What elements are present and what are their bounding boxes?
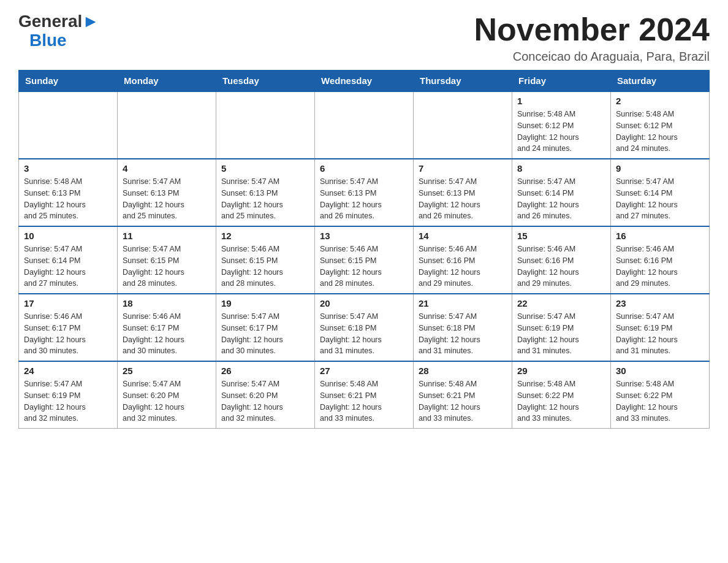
day-info: Sunrise: 5:47 AMSunset: 6:20 PMDaylight:… bbox=[123, 378, 211, 424]
calendar-cell: 21Sunrise: 5:47 AMSunset: 6:18 PMDayligh… bbox=[414, 294, 512, 361]
calendar-week-row: 3Sunrise: 5:48 AMSunset: 6:13 PMDaylight… bbox=[19, 159, 710, 226]
calendar-cell: 2Sunrise: 5:48 AMSunset: 6:12 PMDaylight… bbox=[611, 91, 710, 159]
day-info: Sunrise: 5:48 AMSunset: 6:13 PMDaylight:… bbox=[24, 176, 112, 222]
day-number: 7 bbox=[419, 163, 507, 174]
day-info: Sunrise: 5:47 AMSunset: 6:20 PMDaylight:… bbox=[221, 378, 309, 424]
calendar-cell: 25Sunrise: 5:47 AMSunset: 6:20 PMDayligh… bbox=[118, 361, 216, 429]
calendar-cell: 27Sunrise: 5:48 AMSunset: 6:21 PMDayligh… bbox=[315, 361, 414, 429]
day-info: Sunrise: 5:48 AMSunset: 6:12 PMDaylight:… bbox=[616, 109, 704, 155]
day-number: 12 bbox=[221, 231, 309, 241]
day-number: 18 bbox=[123, 298, 211, 308]
calendar-cell: 14Sunrise: 5:46 AMSunset: 6:16 PMDayligh… bbox=[414, 226, 512, 294]
day-info: Sunrise: 5:46 AMSunset: 6:15 PMDaylight:… bbox=[221, 243, 309, 289]
calendar-week-row: 1Sunrise: 5:48 AMSunset: 6:12 PMDaylight… bbox=[19, 91, 710, 159]
day-info: Sunrise: 5:48 AMSunset: 6:22 PMDaylight:… bbox=[517, 378, 605, 424]
day-info: Sunrise: 5:47 AMSunset: 6:18 PMDaylight:… bbox=[419, 311, 507, 357]
calendar-cell: 22Sunrise: 5:47 AMSunset: 6:19 PMDayligh… bbox=[512, 294, 611, 361]
day-number: 20 bbox=[320, 298, 408, 308]
day-info: Sunrise: 5:48 AMSunset: 6:12 PMDaylight:… bbox=[517, 109, 605, 155]
day-number: 13 bbox=[320, 231, 408, 241]
calendar-cell: 16Sunrise: 5:46 AMSunset: 6:16 PMDayligh… bbox=[611, 226, 710, 294]
header-saturday: Saturday bbox=[611, 71, 710, 92]
month-title: November 2024 bbox=[474, 12, 710, 47]
logo-top: General► bbox=[18, 12, 99, 31]
day-number: 25 bbox=[123, 366, 211, 376]
day-number: 21 bbox=[419, 298, 507, 308]
day-info: Sunrise: 5:47 AMSunset: 6:19 PMDaylight:… bbox=[24, 378, 112, 424]
day-info: Sunrise: 5:46 AMSunset: 6:16 PMDaylight:… bbox=[517, 243, 605, 289]
logo-arrow-decoration: ► bbox=[82, 12, 99, 31]
calendar-cell: 4Sunrise: 5:47 AMSunset: 6:13 PMDaylight… bbox=[118, 159, 216, 226]
calendar-cell: 5Sunrise: 5:47 AMSunset: 6:13 PMDaylight… bbox=[216, 159, 315, 226]
day-number: 15 bbox=[517, 231, 605, 241]
calendar-cell: 18Sunrise: 5:46 AMSunset: 6:17 PMDayligh… bbox=[118, 294, 216, 361]
day-number: 29 bbox=[517, 366, 605, 376]
calendar-cell bbox=[19, 91, 118, 159]
calendar-cell: 29Sunrise: 5:48 AMSunset: 6:22 PMDayligh… bbox=[512, 361, 611, 429]
day-info: Sunrise: 5:47 AMSunset: 6:14 PMDaylight:… bbox=[517, 176, 605, 222]
logo: General► Blue bbox=[18, 12, 99, 50]
day-number: 4 bbox=[123, 163, 211, 174]
calendar-cell: 8Sunrise: 5:47 AMSunset: 6:14 PMDaylight… bbox=[512, 159, 611, 226]
day-number: 2 bbox=[616, 96, 704, 106]
header-wednesday: Wednesday bbox=[315, 71, 414, 92]
day-info: Sunrise: 5:47 AMSunset: 6:13 PMDaylight:… bbox=[419, 176, 507, 222]
day-info: Sunrise: 5:48 AMSunset: 6:21 PMDaylight:… bbox=[320, 378, 408, 424]
calendar-cell: 9Sunrise: 5:47 AMSunset: 6:14 PMDaylight… bbox=[611, 159, 710, 226]
calendar-cell: 24Sunrise: 5:47 AMSunset: 6:19 PMDayligh… bbox=[19, 361, 118, 429]
title-area: November 2024 Conceicao do Araguaia, Par… bbox=[474, 12, 710, 64]
day-number: 1 bbox=[517, 96, 605, 106]
day-number: 24 bbox=[24, 366, 112, 376]
calendar-cell: 3Sunrise: 5:48 AMSunset: 6:13 PMDaylight… bbox=[19, 159, 118, 226]
calendar-cell: 19Sunrise: 5:47 AMSunset: 6:17 PMDayligh… bbox=[216, 294, 315, 361]
calendar-cell: 15Sunrise: 5:46 AMSunset: 6:16 PMDayligh… bbox=[512, 226, 611, 294]
calendar-cell: 6Sunrise: 5:47 AMSunset: 6:13 PMDaylight… bbox=[315, 159, 414, 226]
day-info: Sunrise: 5:46 AMSunset: 6:16 PMDaylight:… bbox=[419, 243, 507, 289]
day-number: 22 bbox=[517, 298, 605, 308]
day-number: 26 bbox=[221, 366, 309, 376]
day-info: Sunrise: 5:47 AMSunset: 6:15 PMDaylight:… bbox=[123, 243, 211, 289]
calendar-cell bbox=[216, 91, 315, 159]
day-number: 5 bbox=[221, 163, 309, 174]
day-number: 9 bbox=[616, 163, 704, 174]
header-friday: Friday bbox=[512, 71, 611, 92]
day-info: Sunrise: 5:47 AMSunset: 6:13 PMDaylight:… bbox=[221, 176, 309, 222]
day-info: Sunrise: 5:46 AMSunset: 6:17 PMDaylight:… bbox=[123, 311, 211, 357]
day-number: 11 bbox=[123, 231, 211, 241]
calendar-cell bbox=[315, 91, 414, 159]
day-info: Sunrise: 5:47 AMSunset: 6:19 PMDaylight:… bbox=[616, 311, 704, 357]
calendar-week-row: 17Sunrise: 5:46 AMSunset: 6:17 PMDayligh… bbox=[19, 294, 710, 361]
header-monday: Monday bbox=[118, 71, 216, 92]
location: Conceicao do Araguaia, Para, Brazil bbox=[474, 50, 710, 64]
calendar-cell: 12Sunrise: 5:46 AMSunset: 6:15 PMDayligh… bbox=[216, 226, 315, 294]
day-number: 3 bbox=[24, 163, 112, 174]
day-number: 27 bbox=[320, 366, 408, 376]
day-info: Sunrise: 5:46 AMSunset: 6:17 PMDaylight:… bbox=[24, 311, 112, 357]
calendar-cell: 23Sunrise: 5:47 AMSunset: 6:19 PMDayligh… bbox=[611, 294, 710, 361]
day-number: 23 bbox=[616, 298, 704, 308]
day-number: 6 bbox=[320, 163, 408, 174]
day-info: Sunrise: 5:47 AMSunset: 6:18 PMDaylight:… bbox=[320, 311, 408, 357]
day-number: 8 bbox=[517, 163, 605, 174]
day-number: 14 bbox=[419, 231, 507, 241]
header-thursday: Thursday bbox=[414, 71, 512, 92]
day-number: 17 bbox=[24, 298, 112, 308]
logo-bottom: Blue bbox=[29, 31, 67, 50]
day-number: 28 bbox=[419, 366, 507, 376]
day-info: Sunrise: 5:47 AMSunset: 6:14 PMDaylight:… bbox=[616, 176, 704, 222]
day-info: Sunrise: 5:46 AMSunset: 6:15 PMDaylight:… bbox=[320, 243, 408, 289]
header-tuesday: Tuesday bbox=[216, 71, 315, 92]
day-info: Sunrise: 5:47 AMSunset: 6:13 PMDaylight:… bbox=[123, 176, 211, 222]
header-sunday: Sunday bbox=[19, 71, 118, 92]
calendar-cell bbox=[414, 91, 512, 159]
day-info: Sunrise: 5:47 AMSunset: 6:19 PMDaylight:… bbox=[517, 311, 605, 357]
calendar-cell: 11Sunrise: 5:47 AMSunset: 6:15 PMDayligh… bbox=[118, 226, 216, 294]
calendar-cell bbox=[118, 91, 216, 159]
day-number: 16 bbox=[616, 231, 704, 241]
calendar-cell: 30Sunrise: 5:48 AMSunset: 6:22 PMDayligh… bbox=[611, 361, 710, 429]
calendar-cell: 20Sunrise: 5:47 AMSunset: 6:18 PMDayligh… bbox=[315, 294, 414, 361]
calendar-cell: 7Sunrise: 5:47 AMSunset: 6:13 PMDaylight… bbox=[414, 159, 512, 226]
calendar-cell: 10Sunrise: 5:47 AMSunset: 6:14 PMDayligh… bbox=[19, 226, 118, 294]
calendar-week-row: 24Sunrise: 5:47 AMSunset: 6:19 PMDayligh… bbox=[19, 361, 710, 429]
day-number: 10 bbox=[24, 231, 112, 241]
